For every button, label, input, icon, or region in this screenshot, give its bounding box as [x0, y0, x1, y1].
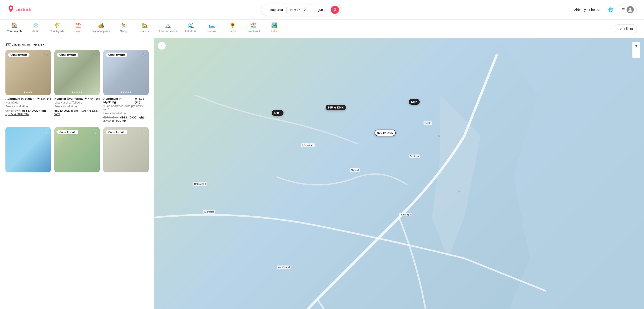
listing-subtitle-3: "Nice apartment with proximity to..." — [103, 104, 149, 111]
listing-rating-2: ★ 4.94 (16) — [84, 97, 100, 100]
search-bar: Map area Nov 13 – 20 1 guest — [261, 4, 341, 16]
language-button[interactable]: 🌐 — [606, 6, 615, 14]
map-bubble-580[interactable]: 580 k — [272, 110, 284, 116]
search-guests[interactable]: 1 guest — [311, 8, 329, 12]
airbnb-logo-icon — [7, 5, 14, 14]
map-bubble-865[interactable]: 865 kr DKK — [326, 105, 346, 110]
your-search-icon: 🏠 — [11, 22, 18, 28]
arctic-icon: ❄️ — [33, 22, 39, 28]
category-amazing-views-label: Amazing views — [158, 30, 177, 33]
category-your-search[interactable]: 🏠 Your search — [7, 22, 22, 35]
user-menu[interactable]: ☰ — [618, 4, 637, 16]
avatar — [626, 6, 634, 13]
skiing-icon: ⛷️ — [121, 22, 127, 28]
category-amazing-views[interactable]: 🏔️ Amazing views — [158, 22, 177, 35]
dot — [74, 92, 76, 93]
wishlist-button-6[interactable]: ♡ — [142, 129, 146, 135]
price-total-3: 3,402 kr DKK total — [103, 119, 127, 122]
map-panel: Bjästa Nyland Bollstabruk Kramfors Nordi… — [154, 38, 644, 309]
category-skiing[interactable]: ⛷️ Skiing — [117, 22, 130, 35]
category-cabins[interactable]: 🏡 Cabins — [138, 22, 151, 35]
category-nav: 🏠 Your search ❄️ Arctic 🌾 Countryside ⛱️… — [0, 20, 644, 38]
wishlist-button-3[interactable]: ♡ — [142, 52, 146, 58]
category-lake-label: Lake — [271, 30, 277, 33]
dot — [28, 92, 30, 93]
price-new-3: 486 kr DKK night — [120, 116, 144, 119]
category-lakefront-label: Lakefront — [185, 30, 196, 33]
listing-price-2: 580 kr DKK night · 4,057 kr DKK total — [54, 109, 100, 116]
category-arctic[interactable]: ❄️ Arctic — [29, 22, 42, 35]
map-bubble-929[interactable]: 929 kr DKK — [374, 130, 396, 136]
image-dots-1 — [24, 92, 32, 93]
map-back-button[interactable]: ‹ — [158, 42, 166, 50]
listing-title-row-1: Apartment in Staden ★ 5.0 (14) — [6, 97, 51, 100]
listing-card-4[interactable]: ♡ — [6, 127, 51, 172]
listing-card-2[interactable]: Guest favorite ♡ Home in Överhörnäs ★ 4.… — [54, 50, 100, 122]
guest-fav-badge-5: Guest favorite — [57, 130, 78, 134]
filters-button[interactable]: Filters — [615, 24, 637, 33]
category-lake[interactable]: 🏞️ Lake — [268, 22, 281, 35]
listing-card-5[interactable]: Guest favorite ♡ — [54, 127, 100, 172]
header: airbnb Map area Nov 13 – 20 1 guest Airb… — [0, 0, 644, 20]
listing-info-2: Home in Överhörnäs ★ 4.94 (16) Lilla Hus… — [54, 97, 100, 116]
category-skiing-label: Skiing — [120, 30, 128, 33]
listing-cancel-1: Free cancellation — [6, 105, 51, 108]
map-zoom-in[interactable]: + — [632, 42, 640, 50]
dot — [31, 92, 32, 93]
category-rooms[interactable]: 🛏️ Rooms — [205, 22, 218, 35]
category-arctic-label: Arctic — [32, 30, 39, 33]
logo-text: airbnb — [16, 7, 32, 13]
lakefront-icon: 🌊 — [188, 22, 194, 28]
category-national-parks[interactable]: 🏕️ National parks — [92, 22, 110, 35]
search-button[interactable] — [331, 6, 339, 14]
listings-grid: Guest favorite ♡ Apartment in Staden ★ 5… — [6, 50, 149, 172]
category-beachfront[interactable]: 🏖️ Beachfront — [246, 22, 260, 35]
listing-title-row-3: Apartment in Myckling-... ★ 4.98 (42) — [103, 97, 149, 104]
listing-card-6[interactable]: Guest favorite ♡ — [103, 127, 149, 172]
wishlist-button-5[interactable]: ♡ — [93, 129, 98, 135]
dot — [72, 92, 73, 93]
listing-price-3: 537 kr DKK 486 kr DKK night · 3,402 kr D… — [103, 116, 149, 122]
dot — [123, 92, 124, 93]
category-your-search-label: Your search — [7, 30, 22, 33]
map-dot-1 — [277, 116, 278, 118]
category-countryside[interactable]: 🌾 Countryside — [50, 22, 64, 35]
wishlist-button-2[interactable]: ♡ — [93, 52, 98, 58]
listing-card-3[interactable]: Guest favorite ♡ Apartment in Myckling-.… — [103, 50, 149, 122]
search-dates[interactable]: Nov 13 – 20 — [287, 8, 311, 12]
category-cabins-label: Cabins — [140, 30, 149, 33]
category-beachfront-label: Beachfront — [247, 30, 260, 33]
header-right: Airbnb your home 🌐 ☰ — [570, 4, 637, 16]
national-parks-icon: 🏕️ — [98, 22, 104, 28]
results-count: 257 places within map area — [6, 42, 149, 46]
listing-type-2: Home in Överhörnäs — [54, 97, 84, 100]
guest-fav-badge-6: Guest favorite — [106, 130, 127, 134]
listing-type-3: Apartment in Myckling-... — [103, 97, 135, 104]
category-farms[interactable]: 🌻 Farms — [226, 22, 239, 35]
wishlist-button-4[interactable]: ♡ — [44, 129, 48, 135]
lake-icon: 🏞️ — [271, 22, 277, 28]
logo[interactable]: airbnb — [7, 5, 32, 14]
price-new-2: 580 kr DKK night — [54, 109, 78, 112]
map-bubble-dkk[interactable]: DKK — [409, 99, 420, 105]
wishlist-button-1[interactable]: ♡ — [44, 52, 48, 58]
listing-cancel-2: Free cancellation — [54, 105, 100, 108]
listing-card-1[interactable]: Guest favorite ♡ Apartment in Staden ★ 5… — [6, 50, 51, 122]
category-beach[interactable]: ⛱️ Beach — [72, 22, 85, 35]
listing-type-1: Apartment in Staden — [6, 97, 34, 100]
price-old-3: 537 kr DKK — [103, 116, 118, 119]
map-controls: + − — [632, 42, 640, 58]
hamburger-icon: ☰ — [622, 8, 625, 12]
airbnb-home-button[interactable]: Airbnb your home — [570, 5, 603, 14]
listing-image-wrap-6: Guest favorite ♡ — [103, 127, 149, 172]
dot — [79, 92, 80, 93]
category-lakefront[interactable]: 🌊 Lakefront — [184, 22, 198, 35]
image-dots-3 — [121, 92, 131, 93]
image-dots-2 — [72, 92, 82, 93]
listing-image-4 — [6, 127, 51, 172]
search-location[interactable]: Map area — [266, 8, 286, 12]
category-farms-label: Farms — [229, 30, 236, 33]
map-zoom-out[interactable]: − — [632, 50, 640, 58]
listing-image-wrap-3: Guest favorite ♡ — [103, 50, 149, 95]
price-new-1: 865 kr DKK night — [22, 109, 46, 112]
